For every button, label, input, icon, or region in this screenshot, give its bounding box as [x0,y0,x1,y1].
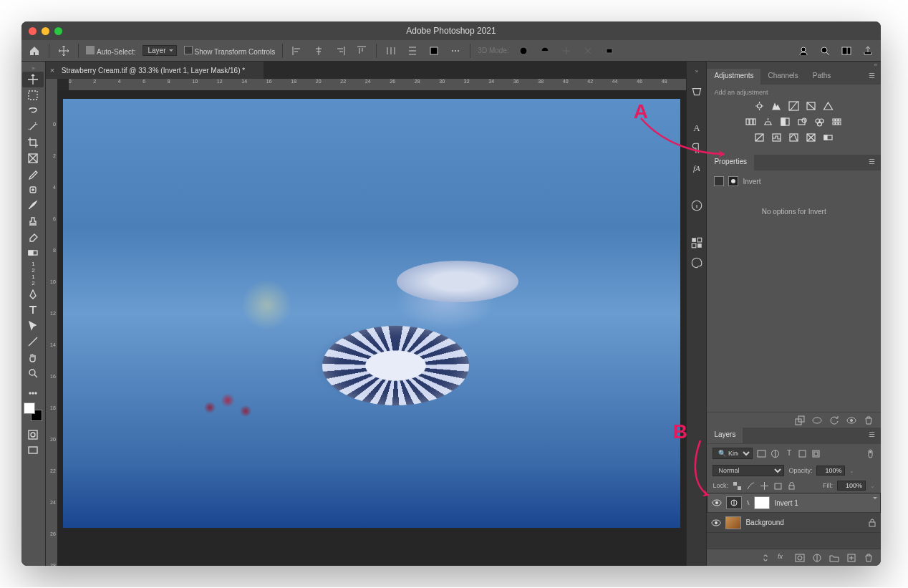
lock-pixels-icon[interactable] [746,481,755,491]
gradient-tool[interactable] [22,245,44,261]
lock-position-icon[interactable] [760,481,769,491]
color-lookup-icon[interactable] [831,116,843,127]
document-tab[interactable]: × Strawberry Cream.tif @ 33.3% (Invert 1… [46,62,264,79]
glyphs-panel-icon[interactable]: fA [690,162,703,175]
layer-fx-icon[interactable]: fx [778,553,788,563]
close-tab-icon[interactable]: × [50,66,54,74]
info-panel-icon[interactable] [690,199,703,212]
marquee-tool[interactable] [22,87,44,103]
exposure-icon[interactable] [805,100,817,112]
minimize-window-icon[interactable] [42,27,49,35]
close-window-icon[interactable] [29,27,37,35]
canvas[interactable] [57,90,687,566]
filter-adj-icon[interactable] [771,449,780,458]
delete-layer-icon[interactable] [864,553,874,563]
fill-value[interactable]: 100% [837,481,866,491]
lock-icon[interactable] [868,519,876,527]
share-icon[interactable] [861,44,875,58]
blend-mode-select[interactable]: Normal [713,465,784,476]
lock-artboard-icon[interactable] [773,481,783,491]
quickmask-icon[interactable] [22,427,44,443]
home-button[interactable] [27,44,42,58]
type-tool[interactable] [22,302,44,318]
filter-type-icon[interactable]: T [784,449,793,458]
shape-tool[interactable] [22,334,44,350]
tab-layers[interactable]: Layers [707,428,743,443]
eyedropper-tool[interactable] [22,166,44,182]
tab-adjustments[interactable]: Adjustments [707,69,760,85]
curves-icon[interactable] [788,100,800,112]
screenmode-icon[interactable] [22,443,44,458]
color-swatches[interactable] [24,403,42,421]
layer-name[interactable]: Invert 1 [774,499,798,507]
crop-tool[interactable] [22,135,44,150]
view-previous-icon[interactable] [812,415,822,425]
layer-background[interactable]: Background [707,513,881,533]
levels-icon[interactable] [771,100,783,112]
threshold-icon[interactable] [788,132,800,143]
tab-channels[interactable]: Channels [760,69,805,85]
cloud-docs-icon[interactable] [796,44,811,58]
stamp-tool[interactable] [22,213,44,229]
delete-adj-icon[interactable] [864,415,874,425]
toggle-visibility-icon[interactable] [846,415,856,425]
lock-transparent-icon[interactable] [733,481,742,491]
brush-tool[interactable] [22,198,44,213]
filter-shape-icon[interactable] [798,449,807,458]
panel-menu-icon[interactable]: ☰ [863,69,881,85]
paragraph-panel-icon[interactable] [690,142,703,155]
vibrance-icon[interactable] [822,100,834,112]
layer-filter-select[interactable]: 🔍 Kind [713,448,753,459]
invert-icon[interactable] [753,132,765,143]
path-select-tool[interactable] [22,318,44,334]
frame-tool[interactable] [22,150,44,166]
mask-thumbnail[interactable] [754,496,770,509]
target-select[interactable]: Layer [143,45,176,56]
lock-all-icon[interactable] [787,481,796,491]
color-panel-icon[interactable] [690,256,703,269]
hue-sat-icon[interactable] [745,116,757,127]
opacity-value[interactable]: 100% [816,466,845,476]
move-tool[interactable] [22,72,44,87]
filter-pixel-icon[interactable] [757,449,766,458]
new-group-icon[interactable] [829,553,839,563]
layers-menu-icon[interactable]: ☰ [863,428,881,443]
pen-tool[interactable] [22,286,44,302]
align-right-icon[interactable] [333,44,347,58]
layer-invert-1[interactable]: ⑊ Invert 1 [707,493,881,513]
distribute-icon[interactable] [427,44,441,58]
align-top-icon[interactable] [354,44,369,58]
wand-tool[interactable] [22,119,44,135]
zoom-tool[interactable] [22,365,44,381]
reset-icon[interactable] [829,415,839,425]
channel-mixer-icon[interactable] [813,116,826,127]
lasso-tool[interactable] [22,103,44,119]
distribute-h-icon[interactable] [384,44,398,58]
maximize-window-icon[interactable] [54,27,62,35]
add-mask-icon[interactable] [795,553,805,563]
filter-smart-icon[interactable] [811,449,821,458]
align-left-icon[interactable] [290,44,304,58]
panel-collapser-1[interactable]: » [690,64,703,77]
selective-color-icon[interactable] [805,132,817,143]
tab-paths[interactable]: Paths [806,69,839,85]
edit-toolbar-icon[interactable] [22,385,44,401]
new-layer-icon[interactable] [846,553,856,563]
blur-tool[interactable]: 12 [32,274,34,286]
workspace-icon[interactable] [839,44,854,58]
show-transform-checkbox[interactable]: Show Transform Controls [184,46,276,56]
properties-menu-icon[interactable]: ☰ [863,155,881,170]
hand-tool[interactable] [22,350,44,365]
auto-select-checkbox[interactable]: Auto-Select: [86,46,135,56]
swatches-panel-icon[interactable] [690,236,703,249]
gradient-map-icon[interactable] [822,132,834,143]
move-tool-icon[interactable] [57,44,71,58]
link-layers-icon[interactable] [760,553,771,563]
align-hcenter-icon[interactable] [311,44,326,58]
search-icon[interactable] [818,44,832,58]
distribute-v-icon[interactable] [405,44,420,58]
brightness-contrast-icon[interactable] [753,100,765,112]
photo-filter-icon[interactable] [796,116,808,127]
layer-name[interactable]: Background [745,519,783,526]
filter-toggle-icon[interactable] [866,449,875,458]
